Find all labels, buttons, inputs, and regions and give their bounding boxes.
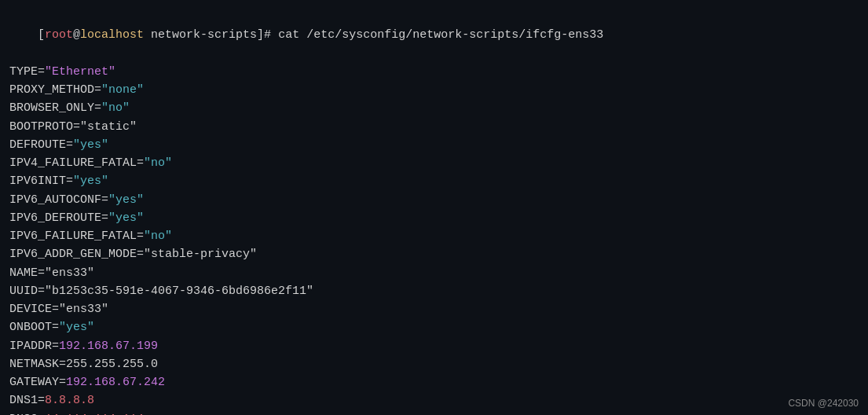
config-line: DEFROUTE="yes"	[9, 136, 859, 154]
config-output: TYPE="Ethernet"PROXY_METHOD="none"BROWSE…	[9, 63, 859, 415]
config-value: "ens33"	[59, 303, 108, 316]
prompt-bracket-open: [	[38, 28, 45, 42]
config-value: "no"	[101, 101, 130, 115]
config-value: 192.168.67.199	[59, 340, 158, 353]
config-key: UUID=	[9, 285, 45, 298]
config-line: DNS1=8.8.8.8	[9, 391, 859, 409]
config-key: TYPE=	[9, 65, 45, 79]
config-line: PROXY_METHOD="none"	[9, 81, 859, 99]
config-line: DEVICE="ens33"	[9, 300, 859, 318]
config-line: IPADDR=192.168.67.199	[9, 337, 859, 355]
config-key: IPADDR=	[9, 340, 59, 353]
config-line: GATEWAY=192.168.67.242	[9, 373, 859, 391]
config-value: "yes"	[59, 321, 94, 334]
config-key: IPV6_AUTOCONF=	[9, 193, 108, 207]
config-value: "yes"	[73, 138, 108, 152]
config-value: "ens33"	[45, 266, 94, 280]
terminal-window: [root@localhost network-scripts]# cat /e…	[0, 0, 868, 415]
config-value: 255.255.255.0	[66, 358, 158, 371]
config-line: TYPE="Ethernet"	[9, 63, 859, 81]
config-line: IPV4_FAILURE_FATAL="no"	[9, 154, 859, 172]
config-value: "yes"	[73, 174, 108, 188]
config-line: DNS2=14.114.114.114	[9, 410, 859, 416]
config-value: "yes"	[108, 211, 144, 225]
config-key: BOOTPROTO=	[9, 120, 80, 134]
config-key: NETMASK=	[9, 358, 66, 371]
config-key: IPV6_DEFROUTE=	[9, 211, 108, 225]
config-key: NAME=	[9, 266, 45, 280]
config-key: ONBOOT=	[9, 321, 59, 334]
config-line: BROWSER_ONLY="no"	[9, 99, 859, 117]
config-line: IPV6_DEFROUTE="yes"	[9, 209, 859, 227]
config-line: IPV6_ADDR_GEN_MODE="stable-privacy"	[9, 245, 859, 263]
config-value: "static"	[80, 120, 137, 134]
config-key: IPV6_FAILURE_FATAL=	[9, 230, 144, 243]
config-line: NETMASK=255.255.255.0	[9, 355, 859, 373]
config-line: UUID="b1253c35-591e-4067-9346-6bd6986e2f…	[9, 282, 859, 300]
config-line: NAME="ens33"	[9, 264, 859, 282]
prompt-bracket-close: ]#	[257, 28, 271, 42]
config-value: "no"	[144, 156, 172, 170]
config-value: 14.114.114.114	[45, 413, 144, 416]
config-line: IPV6_FAILURE_FATAL="no"	[9, 227, 859, 245]
config-key: DNS1=	[9, 394, 45, 407]
config-line: IPV6_AUTOCONF="yes"	[9, 191, 859, 209]
config-key: IPV6INIT=	[9, 174, 73, 188]
prompt-at: @	[73, 28, 80, 42]
config-key: DEFROUTE=	[9, 138, 73, 152]
config-key: IPV6_ADDR_GEN_MODE=	[9, 248, 144, 261]
config-key: GATEWAY=	[9, 376, 66, 389]
config-value: 8.8.8.8	[45, 394, 94, 407]
config-value: "Ethernet"	[45, 65, 115, 79]
config-value: "yes"	[108, 193, 144, 207]
prompt-line: [root@localhost network-scripts]# cat /e…	[9, 8, 859, 63]
config-key: BROWSER_ONLY=	[9, 101, 101, 115]
config-line: BOOTPROTO="static"	[9, 118, 859, 136]
config-value: 192.168.67.242	[66, 376, 165, 389]
prompt-host: localhost	[80, 28, 144, 42]
config-key: DEVICE=	[9, 303, 59, 316]
prompt-path: network-scripts	[144, 28, 257, 42]
config-line: IPV6INIT="yes"	[9, 172, 859, 190]
config-value: "b1253c35-591e-4067-9346-6bd6986e2f11"	[45, 285, 313, 298]
config-key: IPV4_FAILURE_FATAL=	[9, 156, 144, 170]
config-value: "none"	[101, 83, 144, 97]
prompt-command: cat /etc/sysconfig/network-scripts/ifcfg…	[271, 28, 603, 42]
config-key: PROXY_METHOD=	[9, 83, 101, 97]
config-value: "stable-privacy"	[144, 248, 257, 261]
prompt-user: root	[45, 28, 73, 42]
config-value: "no"	[144, 230, 172, 243]
watermark: CSDN @242030	[788, 398, 859, 409]
config-line: ONBOOT="yes"	[9, 318, 859, 336]
config-key: DNS2=	[9, 413, 45, 416]
